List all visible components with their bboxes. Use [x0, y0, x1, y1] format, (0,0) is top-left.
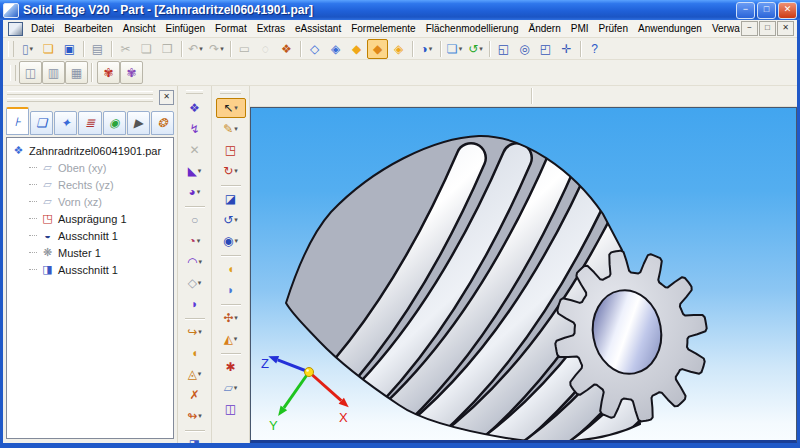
dropdown-arrow-icon[interactable]: ▾ [234, 167, 238, 175]
dropdown-arrow-icon[interactable]: ▾ [220, 45, 224, 53]
menu-item[interactable]: Extras [252, 21, 290, 37]
tree-item-oben[interactable]: ▱ Oben (xy) [7, 159, 173, 176]
engineering-reference-tab[interactable]: ❂ [151, 111, 174, 135]
eassistant-calculation-button[interactable]: ✾ [97, 61, 120, 84]
menu-item[interactable]: Verwalten [707, 21, 740, 37]
text-profile-button[interactable]: ◨ [180, 434, 210, 443]
print-button[interactable]: ▤ [87, 39, 108, 59]
mdi-minimize-button[interactable]: − [741, 21, 758, 36]
reference-plane-button[interactable]: ▱ ▾ [216, 378, 246, 398]
shaded-visible-edges-button[interactable]: ◈ [388, 39, 409, 59]
dropdown-arrow-icon[interactable]: ▾ [234, 125, 238, 133]
undo-button[interactable]: ↶ ▾ [185, 39, 206, 59]
tree-item-vorn[interactable]: ▱ Vorn (xz) [7, 193, 173, 210]
dropdown-arrow-icon[interactable]: ▾ [198, 279, 202, 287]
thin-wall-button[interactable]: ◗ [216, 280, 246, 300]
save-button[interactable]: ▣ [59, 39, 80, 59]
select-tool-button[interactable]: ↖ ▾ [216, 98, 246, 118]
menu-item[interactable]: Anwendungen [633, 21, 707, 37]
new-button[interactable]: ▯ ▾ [17, 39, 38, 59]
menu-item[interactable]: PMI [566, 21, 594, 37]
prompt-bar-toggle-button[interactable]: ▥ [42, 61, 65, 84]
feature-playback-tab[interactable]: ▶ [127, 111, 150, 135]
dropdown-arrow-icon[interactable]: ▾ [197, 188, 201, 196]
helical-curve-button[interactable]: ↯ [180, 119, 210, 139]
mdi-restore-button[interactable]: □ [759, 21, 776, 36]
rotate-view-button[interactable]: ↺ ▾ [465, 39, 486, 59]
sphere-button[interactable]: ○ [180, 210, 210, 230]
revolved-protrusion-button[interactable]: ↻ ▾ [216, 161, 246, 181]
tree-item-auspraegung-1[interactable]: ◳ Ausprägung 1 [7, 210, 173, 227]
mirror-copy-button[interactable]: ◭ ▾ [216, 329, 246, 349]
dropdown-arrow-icon[interactable]: ▾ [198, 167, 202, 175]
smartstep-toggle-button[interactable]: ▦ [65, 61, 88, 84]
shaded-edges-view-button[interactable]: ◆ [367, 39, 388, 59]
tree-root-part[interactable]: ❖ Zahnradritzel06041901.par [7, 142, 173, 159]
dropdown-arrow-icon[interactable]: ▾ [234, 104, 238, 112]
protrusion-button[interactable]: ◳ [216, 140, 246, 160]
mdi-close-button[interactable]: ✕ [777, 21, 794, 36]
3d-viewport[interactable]: XYZ [250, 107, 797, 443]
round-button[interactable]: ◖ [216, 259, 246, 279]
keypoint-curve-button[interactable]: ↪ ▾ [180, 322, 210, 342]
tree-item-ausschnitt-1[interactable]: ◒ Ausschnitt 1 [7, 227, 173, 244]
sketch-button[interactable]: ✎ ▾ [216, 119, 246, 139]
dropdown-arrow-icon[interactable]: ▾ [234, 384, 238, 392]
tree-item-ausschnitt-2[interactable]: ◨ Ausschnitt 1 [7, 261, 173, 278]
coordinate-system-button[interactable]: ◫ [216, 399, 246, 419]
intersection-curve-button[interactable]: ◬ ▾ [180, 364, 210, 384]
tree-item-muster-1[interactable]: ❋ Muster 1 [7, 244, 173, 261]
bounded-surface-button[interactable]: ◖ [180, 343, 210, 363]
dropdown-arrow-icon[interactable]: ▾ [459, 45, 463, 53]
dropdown-arrow-icon[interactable]: ▾ [198, 370, 202, 378]
menu-item[interactable]: eAssistant [290, 21, 346, 37]
dropdown-arrow-icon[interactable]: ▾ [234, 237, 238, 245]
swept-surface-button[interactable]: ❖ [180, 98, 210, 118]
cross-curve-button[interactable]: ✗ [180, 385, 210, 405]
redo-button[interactable]: ↷ ▾ [206, 39, 227, 59]
perspective-button[interactable]: ◑ ▾ [416, 39, 437, 59]
menu-item[interactable]: Prüfen [594, 21, 633, 37]
menu-item[interactable]: Format [210, 21, 252, 37]
dropdown-arrow-icon[interactable]: ▾ [198, 328, 202, 336]
hole-button[interactable]: ◉ ▾ [216, 231, 246, 251]
dropdown-arrow-icon[interactable]: ▾ [198, 412, 202, 420]
keypoint-button[interactable]: ✱ [216, 357, 246, 377]
dropdown-arrow-icon[interactable]: ▾ [479, 45, 483, 53]
menu-item[interactable]: Ansicht [118, 21, 161, 37]
cutout-button[interactable]: ◪ [216, 189, 246, 209]
dropdown-arrow-icon[interactable]: ▾ [429, 45, 433, 53]
zoom-area-button[interactable]: ◱ [493, 39, 514, 59]
mesh-surface-button[interactable]: ✕ [180, 140, 210, 160]
maximize-button[interactable]: □ [757, 2, 776, 19]
zoom-button[interactable]: ◎ [514, 39, 535, 59]
menu-item[interactable]: Einfügen [161, 21, 210, 37]
extruded-surface-button[interactable]: ◣ ▾ [180, 161, 210, 181]
sensors-tab[interactable]: ◉ [103, 111, 126, 135]
common-views-button[interactable]: ❏ ▾ [444, 39, 465, 59]
wireframe-view-button[interactable]: ◇ [304, 39, 325, 59]
pan-button[interactable]: ✛ [556, 39, 577, 59]
shaded-view-button[interactable]: ◆ [346, 39, 367, 59]
menu-item[interactable]: Ändern [523, 21, 565, 37]
menu-item[interactable]: Formelemente [346, 21, 420, 37]
derived-curve-button[interactable]: ↬ ▾ [180, 406, 210, 426]
family-of-parts-tab[interactable]: ≣ [78, 111, 101, 135]
pattern-button[interactable]: ✣ ▾ [216, 308, 246, 328]
fence-select-button[interactable]: ◌ [255, 39, 276, 59]
paste-special-button[interactable]: ▭ [234, 39, 255, 59]
open-button[interactable]: ❏ [38, 39, 59, 59]
offset-surface-button[interactable]: ◠ ▾ [180, 252, 210, 272]
revolved-surface-button[interactable]: ◕ ▾ [180, 182, 210, 202]
bluesurf-button[interactable]: ◗ [180, 294, 210, 314]
dropdown-arrow-icon[interactable]: ▾ [234, 335, 238, 343]
pathfinder-tab[interactable]: ⊦ [6, 107, 29, 135]
trim-surface-button[interactable]: ◔ ▾ [180, 231, 210, 251]
layers-tab[interactable]: ❏ [30, 111, 53, 135]
dropdown-arrow-icon[interactable]: ▾ [234, 216, 238, 224]
menu-item[interactable]: Flächenmodellierung [421, 21, 524, 37]
eassistant-export-button[interactable]: ✾ [120, 61, 143, 84]
help-button[interactable]: ? [584, 39, 605, 59]
copy-surface-button[interactable]: ◇ ▾ [180, 273, 210, 293]
fit-button[interactable]: ◰ [535, 39, 556, 59]
